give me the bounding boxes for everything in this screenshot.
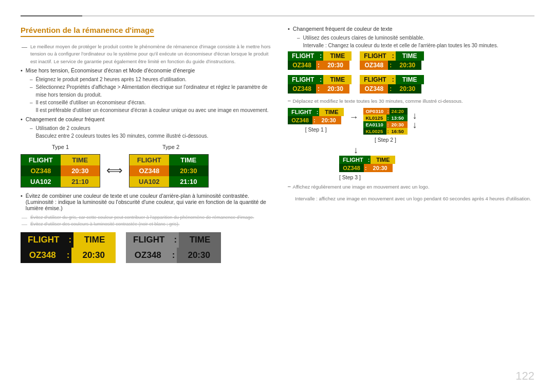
big-board2-dot: :: [172, 232, 179, 248]
right-boards-grid: FLIGHT : TIME OZ348 : 20:30 FLIGHT :: [288, 51, 534, 70]
right-dash-sub3: – Affichez régulièrement une image en mo…: [288, 183, 534, 191]
strikethrough-block1: — Évitez d'utiliser du gris, car cette c…: [21, 214, 272, 221]
rb-colon: :: [388, 61, 393, 70]
step2-kl-row: KL0125 : 13:50: [363, 115, 407, 121]
big-board1-colon: :: [65, 248, 72, 263]
bullet3-text: Évitez de combiner une couleur de texte …: [26, 193, 272, 211]
step2-board: OP0310 : 24:20 KL0125 : 13:50 EA0110 :: [363, 108, 407, 135]
ra-flight: FLIGHT: [288, 51, 318, 61]
type2-flight-label: FLIGHT: [130, 155, 169, 165]
bullet-sym-1: •: [21, 67, 23, 73]
s3-flight: FLIGHT: [339, 156, 367, 164]
right-sub4-block: Intervalle : affichez une image en mouve…: [295, 193, 534, 202]
right-board-b: FLIGHT : TIME OZ348 : 20:30: [360, 51, 423, 70]
right-sub-1a: – Utilisez des couleurs claires de lumin…: [297, 34, 534, 42]
left-column: Prévention de la rémanence d'image — Le …: [21, 26, 272, 382]
right-board-a-oz: OZ348 : 20:30: [288, 61, 351, 70]
ra-oz348: OZ348: [288, 61, 316, 70]
big-board1-2030: 20:30: [71, 248, 116, 263]
top-line-accent: [21, 15, 82, 16]
rd-2030: 20:30: [393, 84, 421, 94]
big-board1-header: FLIGHT : TIME: [21, 232, 116, 248]
type2-oz348: OZ348: [130, 165, 169, 176]
big-board1-time: TIME: [73, 232, 116, 248]
s1-dot: :: [316, 108, 320, 116]
big-board2-header: FLIGHT : TIME: [126, 232, 221, 248]
big-board1-dot: :: [66, 232, 73, 248]
bullet1-text: Mise hors tension, Économiseur d'écran e…: [26, 67, 195, 73]
page-container: Prévention de la rémanence d'image — Le …: [0, 0, 555, 392]
type1-board: FLIGHT TIME OZ348 20:30 UA102 21:10: [21, 154, 100, 188]
step2-op-row: OP0310 : 24:20: [363, 108, 407, 115]
strikethrough-text1: Évitez d'utiliser du gris, car cette cou…: [30, 214, 254, 221]
type1-header-row: FLIGHT TIME: [21, 155, 100, 165]
bullet1: • Mise hors tension, Économiseur d'écran…: [21, 67, 272, 73]
s2-t1350: 13:50: [390, 115, 408, 121]
st-dash-2: —: [22, 221, 27, 227]
s1-colon: :: [312, 116, 317, 124]
strikethrough-block2: — Évitez d'utiliser des couleurs à lumin…: [21, 221, 272, 228]
right-sub4-text: Intervalle : affichez une image en mouve…: [295, 196, 531, 201]
sub-1c: – Il est conseillé d'utiliser un économi…: [30, 99, 272, 106]
right-dash-sub2: – Déplacez et modifiez le texte toutes l…: [288, 98, 534, 105]
s3-2030: 20:30: [368, 164, 393, 172]
ra-dot: :: [318, 51, 323, 61]
right-sub2-text: Déplacez et modifiez le texte toutes les…: [293, 98, 463, 105]
step3-area: FLIGHT : TIME OZ348 : 20:30 [ Step 3 ]: [339, 156, 534, 180]
sub-1b: – Sélectionnez Propriétés d'affichage > …: [30, 83, 272, 99]
right-column: • Changement fréquent de couleur de text…: [288, 26, 534, 382]
type1-time-label: TIME: [61, 155, 100, 165]
s3-colon: :: [364, 164, 368, 172]
bullet3: • Évitez de combiner une couleur de text…: [21, 193, 272, 211]
rb-flight: FLIGHT: [360, 51, 390, 61]
rb-dot: :: [391, 51, 396, 61]
top-divider: [21, 15, 534, 16]
sub-1d: – Il est préférable d'utiliser un économ…: [30, 106, 272, 114]
strikethrough-text2: Évitez d'utiliser des couleurs à luminos…: [30, 221, 179, 228]
bottom-boards: FLIGHT : TIME OZ348 : 20:30 FLIGHT :: [21, 232, 272, 263]
sub-2a: – Utilisation de 2 couleurs: [30, 124, 272, 132]
big-board2-flight: FLIGHT: [126, 232, 172, 248]
type1-2030: 20:30: [61, 165, 100, 176]
bullet2: • Changement de couleur fréquent: [21, 116, 272, 122]
right-board-a-header: FLIGHT : TIME: [288, 51, 351, 61]
dash-1a: –: [30, 76, 33, 83]
s2-ea0110: EA0110: [363, 121, 386, 128]
rd-flight: FLIGHT: [360, 75, 390, 84]
big-board1-flight: FLIGHT: [21, 232, 66, 248]
main-content: Prévention de la rémanence d'image — Le …: [21, 26, 534, 382]
rc-time: TIME: [323, 75, 351, 84]
step2-col: OP0310 : 24:20 KL0125 : 13:50 EA0110 :: [363, 108, 407, 143]
type1-oz348: OZ348: [21, 165, 61, 176]
type1-oz-row: OZ348 20:30: [21, 165, 100, 176]
st-dash-1: —: [22, 214, 27, 220]
s2-t2030b: 20:30: [390, 121, 408, 128]
right-board-c-oz: OZ348 : 20:30: [288, 84, 351, 94]
type2-oz-row: OZ348 20:30: [130, 165, 208, 176]
type2-2030: 20:30: [169, 165, 209, 176]
sub-1a: – Éteignez le produit pendant 2 heures a…: [30, 76, 272, 83]
step3-arrow-down: ↓: [354, 145, 534, 156]
type2-header-row: FLIGHT TIME: [130, 155, 208, 165]
rb-time: TIME: [396, 51, 424, 61]
down-arrow-2: ↓: [413, 120, 417, 129]
s2-op0310: OP0310: [363, 108, 386, 115]
type1-ua102: UA102: [21, 176, 61, 187]
step-arrow-right: →: [349, 112, 358, 123]
s2-kl0025: KL0025: [363, 128, 386, 135]
step1-header: FLIGHT : TIME: [288, 108, 344, 116]
dash-1c: –: [30, 99, 33, 106]
sub-list-1: – Éteignez le produit pendant 2 heures a…: [30, 76, 272, 114]
right-bullet1: • Changement fréquent de couleur de text…: [288, 26, 534, 32]
right-board-d-oz: OZ348 : 20:30: [360, 84, 423, 94]
dash-1b: –: [30, 83, 33, 99]
down-arrows: ↓ ↓: [413, 111, 417, 129]
type2-ua102: UA102: [130, 176, 169, 187]
steps-container: FLIGHT : TIME OZ348 : 20:30 [ Step 1 ] →: [288, 108, 534, 143]
s1-oz348: OZ348: [288, 116, 312, 124]
intro-text: Le meilleur moyen de protéger le produit…: [30, 43, 272, 65]
big-board1-oz: OZ348 : 20:30: [21, 248, 116, 263]
type-pair-display: FLIGHT TIME OZ348 20:30 UA102 21:10 ⟺: [21, 154, 272, 188]
type2-label-area: Type 2: [131, 142, 211, 151]
sub-list-2: – Utilisation de 2 couleurs – Basculez e…: [30, 124, 272, 140]
